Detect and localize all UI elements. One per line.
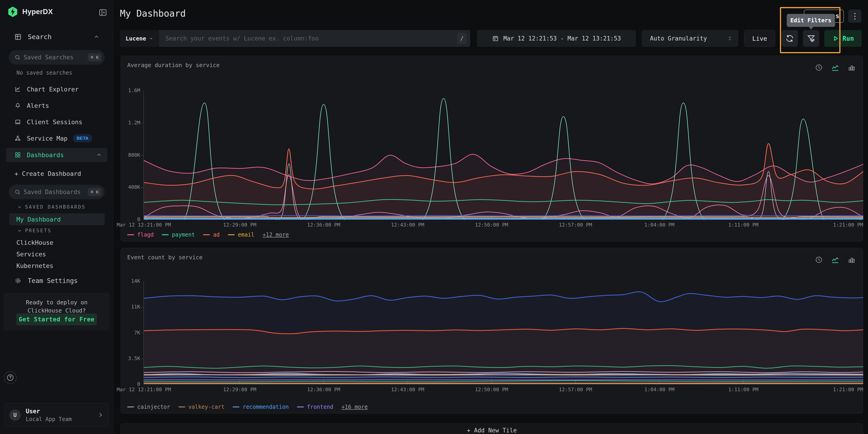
sidebar: HyperDX Search ⌘ K No saved searches bbox=[0, 0, 113, 434]
edit-filters-button[interactable] bbox=[803, 30, 819, 47]
sidebar-group-search[interactable]: Search bbox=[8, 31, 105, 43]
series-frontend bbox=[144, 380, 863, 380]
cloud-card-question: Ready to deploy on ClickHouse Cloud? bbox=[10, 298, 103, 315]
chevron-down-icon bbox=[17, 205, 22, 209]
y-axis-tick-mark bbox=[141, 155, 144, 156]
sidebar-item-team-settings[interactable]: Team Settings bbox=[8, 274, 105, 287]
sidebar-item-label: Chart Explorer bbox=[27, 86, 79, 93]
legend-entry-email[interactable]: email bbox=[228, 232, 254, 238]
create-dashboard-button[interactable]: + Create Dashboard bbox=[14, 170, 81, 177]
user-menu[interactable]: U User Local App Team bbox=[4, 403, 109, 427]
saved-dashboards-input[interactable] bbox=[24, 189, 88, 195]
dashboards-icon bbox=[14, 152, 21, 158]
chart-title: Event count by service bbox=[127, 254, 203, 261]
x-axis-tick-label: 12:50:00 PM bbox=[475, 387, 508, 392]
preset-label: Kubernetes bbox=[17, 262, 54, 269]
plus-icon: + bbox=[14, 170, 18, 177]
legend-entry-valkey-cart[interactable]: valkey-cart bbox=[179, 404, 225, 410]
live-label: Live bbox=[752, 35, 767, 42]
saved-searches-search[interactable]: ⌘ K bbox=[9, 50, 105, 65]
legend-label: payment bbox=[172, 232, 195, 238]
legend-entry-payment[interactable]: payment bbox=[162, 232, 195, 238]
saved-dashboards-section-header[interactable]: SAVED DASHBOARDS bbox=[17, 204, 86, 210]
sidebar-item-my-dashboard[interactable]: My Dashboard bbox=[9, 213, 105, 225]
line-chart-icon[interactable] bbox=[831, 256, 840, 264]
sidebar-item-service-map[interactable]: Service Map BETA bbox=[6, 132, 107, 145]
run-button[interactable]: Run bbox=[824, 30, 862, 47]
play-icon bbox=[832, 35, 839, 42]
legend-entry-ad[interactable]: ad bbox=[203, 232, 220, 238]
query-language-select[interactable]: Lucene bbox=[120, 30, 159, 47]
hyperdx-logo-icon bbox=[8, 6, 18, 17]
chart-series-svg bbox=[144, 281, 863, 385]
no-saved-searches-text: No saved searches bbox=[17, 70, 72, 76]
add-new-tile-button[interactable]: + Add New Tile bbox=[121, 424, 863, 434]
legend-entry-recommendation[interactable]: recommendation bbox=[232, 404, 288, 410]
live-button[interactable]: Live bbox=[744, 30, 775, 47]
dashboard-menu-button[interactable] bbox=[848, 9, 861, 23]
team-settings-label: Team Settings bbox=[28, 277, 78, 285]
sidebar-item-clickhouse[interactable]: ClickHouse bbox=[9, 237, 105, 248]
sidebar-item-alerts[interactable]: Alerts bbox=[6, 99, 107, 112]
sidebar-item-dashboards[interactable]: Dashboards bbox=[6, 148, 107, 162]
legend-label: cainjector bbox=[137, 404, 170, 410]
saved-searches-input[interactable] bbox=[24, 54, 88, 61]
presets-section-header[interactable]: PRESETS bbox=[17, 228, 52, 233]
chart-title: Average duration by service bbox=[127, 62, 220, 68]
series-unlabeled-purple bbox=[144, 218, 863, 218]
granularity-select[interactable]: Auto Granularity bbox=[642, 30, 738, 47]
avatar: U bbox=[9, 409, 21, 421]
legend-label: valkey-cart bbox=[188, 404, 225, 410]
chevron-down-icon bbox=[17, 228, 22, 233]
refresh-icon bbox=[785, 34, 794, 43]
bell-icon bbox=[14, 102, 21, 109]
event-search-input[interactable] bbox=[165, 35, 453, 42]
time-format-icon[interactable] bbox=[815, 64, 823, 71]
legend-color-dash bbox=[162, 234, 168, 235]
sidebar-item-services[interactable]: Services bbox=[9, 248, 105, 260]
x-axis-tick-label: 12:29:00 PM bbox=[223, 387, 256, 392]
duration-chart-canvas[interactable]: 1.6M1.2M800K400K0Mar 12 12:21:00 PM12:29… bbox=[144, 91, 863, 220]
x-axis-tick-label: 12:36:00 PM bbox=[307, 222, 340, 228]
legend-entry-frontend[interactable]: frontend bbox=[297, 404, 333, 410]
sidebar-item-kubernetes[interactable]: Kubernetes bbox=[9, 260, 105, 272]
gear-icon bbox=[14, 277, 21, 284]
y-axis-tick-label: 1.6M bbox=[113, 88, 140, 93]
x-axis-tick-label: 1:04:00 PM bbox=[644, 222, 674, 228]
query-language-value: Lucene bbox=[126, 35, 146, 42]
legend-label: flagd bbox=[137, 232, 154, 238]
x-axis-tick-label: 12:57:00 PM bbox=[559, 222, 592, 228]
get-started-button[interactable]: Get Started for Free bbox=[17, 313, 97, 325]
legend-color-dash bbox=[127, 406, 134, 407]
count-chart-canvas[interactable]: 14K11K7K3.5K0Mar 12 12:21:00 PM12:29:00 … bbox=[144, 281, 863, 385]
y-axis-tick-label: 0 bbox=[113, 381, 140, 387]
edit-filters-tooltip: Edit Filters bbox=[787, 14, 835, 27]
sidebar-item-chart-explorer[interactable]: Chart Explorer bbox=[6, 83, 107, 96]
saved-dashboards-search[interactable]: ⌘ K bbox=[9, 185, 105, 199]
sidebar-collapse-icon[interactable] bbox=[98, 8, 107, 17]
refresh-button[interactable] bbox=[781, 30, 798, 47]
help-button[interactable] bbox=[4, 371, 17, 384]
bar-chart-icon[interactable] bbox=[848, 256, 856, 264]
y-axis-tick-mark bbox=[141, 187, 144, 188]
line-chart-icon[interactable] bbox=[831, 63, 840, 72]
chevron-right-icon bbox=[98, 412, 103, 418]
chevron-up-icon bbox=[96, 153, 101, 157]
y-axis-tick-label: 0 bbox=[113, 216, 140, 222]
time-format-icon[interactable] bbox=[815, 256, 823, 264]
clickhouse-cloud-card: Ready to deploy on ClickHouse Cloud? Get… bbox=[4, 293, 110, 330]
search-icon bbox=[14, 54, 21, 60]
time-range-picker[interactable]: Mar 12 12:21:53 - Mar 12 13:21:53 bbox=[477, 30, 636, 47]
legend-more-link[interactable]: +12 more bbox=[262, 232, 289, 238]
kebab-icon bbox=[854, 13, 856, 14]
section-header-label: SAVED DASHBOARDS bbox=[25, 204, 86, 210]
legend-entry-flagd[interactable]: flagd bbox=[127, 232, 154, 238]
tooltip-text: Edit Filters bbox=[790, 17, 832, 24]
legend-more-link[interactable]: +16 more bbox=[341, 404, 368, 410]
legend-entry-cainjector[interactable]: cainjector bbox=[127, 404, 170, 410]
x-axis-tick-label: Mar 12 12:21:00 PM bbox=[117, 222, 171, 228]
saved-dashboards-shortcut: ⌘ K bbox=[88, 188, 101, 196]
x-axis-tick-label: 12:36:00 PM bbox=[307, 387, 340, 392]
bar-chart-icon[interactable] bbox=[848, 64, 856, 71]
sidebar-item-client-sessions[interactable]: Client Sessions bbox=[6, 115, 107, 128]
